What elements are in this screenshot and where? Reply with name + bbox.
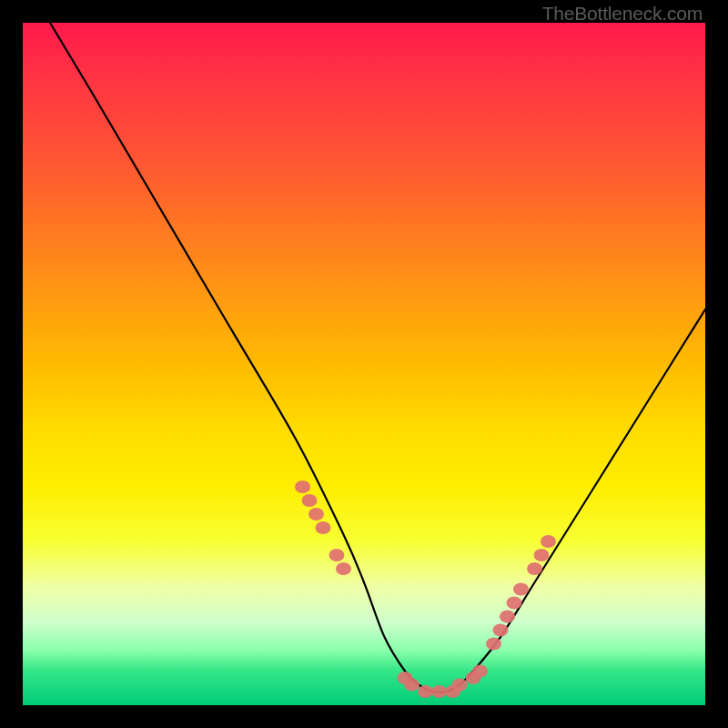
data-marker	[336, 562, 351, 575]
data-marker	[418, 685, 433, 698]
plot-area	[23, 23, 705, 705]
data-marker	[541, 535, 556, 548]
data-marker	[527, 562, 542, 575]
data-marker	[493, 624, 509, 637]
chart-container: TheBottleneck.com	[0, 0, 728, 728]
bottleneck-curve	[50, 23, 705, 693]
data-marker	[507, 597, 522, 610]
data-marker	[513, 583, 529, 596]
data-marker	[316, 521, 331, 534]
data-marker	[452, 679, 468, 692]
data-marker	[486, 638, 501, 651]
data-marker	[295, 480, 310, 493]
data-marker	[472, 665, 488, 678]
data-marker	[431, 685, 447, 698]
data-marker	[329, 549, 345, 561]
data-marker	[308, 508, 324, 521]
data-marker	[534, 549, 550, 561]
data-marker	[302, 494, 318, 507]
data-marker	[404, 679, 420, 692]
watermark-text: TheBottleneck.com	[542, 3, 703, 25]
curve-svg	[23, 23, 705, 705]
data-marker	[500, 611, 515, 623]
